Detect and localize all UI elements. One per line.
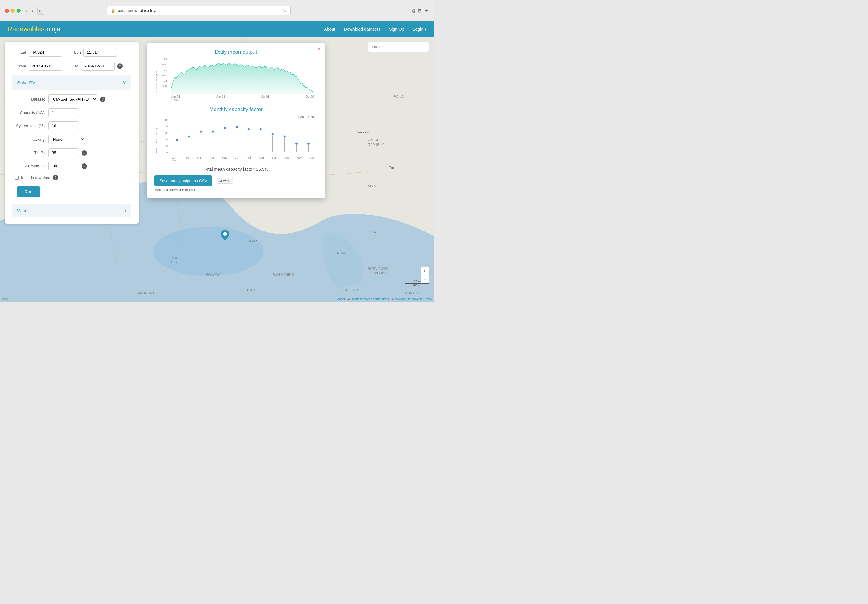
new-tab-button[interactable]: ⊞: [418, 7, 422, 14]
nav-login[interactable]: Login ▾: [413, 27, 427, 31]
lon-input[interactable]: [84, 48, 117, 57]
locate-box: [368, 42, 429, 52]
content-area: POLA CZECH REPUBLIC SLOV HUNC ENIA BOSNI…: [0, 37, 434, 302]
browser-nav-controls: ‹ › ⊡: [24, 7, 44, 15]
leaflet-link[interactable]: Leaflet: [336, 297, 345, 301]
monthly-x-labels: Jan2014 Feb Mar Apr May Jun Jul Aug Sep …: [171, 156, 315, 162]
save-csv-button[interactable]: Save hourly output as CSV: [155, 175, 212, 186]
scale-km: 100 km: [405, 279, 429, 284]
run-button-container: Run: [12, 185, 131, 200]
svg-text:CROATIA: CROATIA: [343, 288, 359, 292]
svg-point-47: [176, 139, 178, 141]
svg-text:ENIA: ENIA: [337, 252, 345, 255]
lon-label: Lon: [67, 50, 81, 54]
from-date-input[interactable]: [28, 62, 62, 70]
map-attribution: Leaflet | © OpenStreetMap contributors |…: [336, 297, 432, 301]
forward-button[interactable]: ›: [31, 7, 35, 15]
svg-point-59: [248, 128, 250, 130]
svg-text:ITALY: ITALY: [245, 287, 256, 292]
fullscreen-window-button[interactable]: [17, 9, 20, 12]
locate-input[interactable]: [368, 42, 429, 52]
svg-text:Milano: Milano: [248, 239, 257, 243]
include-raw-checkbox[interactable]: [15, 176, 19, 180]
svg-text:SLOV: SLOV: [368, 184, 377, 188]
tilt-help-icon[interactable]: ?: [82, 150, 87, 156]
azimuth-label: Azimuth (°): [15, 164, 48, 168]
daily-chart-svg: [171, 57, 315, 95]
form-card: Lat Lon From To ? Solar PV ∨: [5, 42, 138, 224]
from-label: From: [12, 64, 26, 68]
improve-map-link[interactable]: Improve this map: [408, 297, 432, 301]
minimize-window-button[interactable]: [11, 9, 15, 12]
nav-about[interactable]: About: [324, 27, 335, 31]
add-tab-button[interactable]: ＋: [424, 7, 429, 14]
to-label: To: [65, 64, 79, 68]
solar-pv-section-header[interactable]: Solar PV ∨: [12, 75, 131, 90]
svg-point-53: [212, 130, 214, 133]
share-button[interactable]: ⎙: [412, 7, 415, 14]
nav-links: About Download datasets Sign Up Login ▾: [324, 27, 427, 31]
svg-text:Wien: Wien: [389, 166, 396, 169]
map-location-pin[interactable]: [221, 230, 229, 241]
tilt-label: Tilt (°): [15, 151, 48, 155]
dataset-help-icon[interactable]: ?: [100, 96, 105, 102]
modal-close-button[interactable]: ×: [317, 47, 321, 52]
mapbox-link[interactable]: Mapbox: [395, 297, 406, 301]
save-area: Save hourly output as CSV © BY NC: [155, 175, 318, 186]
monthly-chart-svg: [171, 119, 315, 155]
monthly-y-axis-label: CAPACITY FACTOR (%): [155, 119, 158, 155]
dataset-select[interactable]: CM-SAF SARAH (Europ…: [48, 95, 98, 104]
brand-logo[interactable]: Renewables.ninja: [7, 25, 61, 33]
date-help-icon[interactable]: ?: [117, 64, 122, 69]
nav-download[interactable]: Download datasets: [344, 27, 380, 31]
include-raw-help-icon[interactable]: ?: [53, 175, 58, 180]
navbar: Renewables.ninja About Download datasets…: [0, 22, 434, 37]
system-loss-input[interactable]: [48, 121, 79, 130]
feb-annotation: Feb 10.2%: [155, 115, 315, 119]
reader-view-button[interactable]: ⊡: [37, 7, 44, 15]
osm-link[interactable]: OpenStreetMap contributors: [350, 297, 389, 301]
solar-pv-title: Solar PV: [17, 80, 35, 85]
solar-pv-chevron: ∨: [122, 79, 126, 86]
monthly-chart-title: Monthly capacity factor: [155, 106, 318, 113]
svg-text:HUNC: HUNC: [368, 230, 378, 234]
zoom-in-button[interactable]: +: [420, 266, 429, 275]
azimuth-help-icon[interactable]: ?: [82, 163, 87, 169]
capacity-input[interactable]: [48, 108, 79, 117]
run-button[interactable]: Run: [17, 186, 40, 197]
close-window-button[interactable]: [5, 9, 9, 12]
to-date-input[interactable]: [81, 62, 115, 70]
include-raw-row: Include raw data ?: [12, 175, 131, 180]
svg-point-57: [236, 126, 238, 128]
include-raw-label: Include raw data: [21, 175, 50, 180]
cc-license-badge: © BY NC: [217, 178, 232, 184]
wind-section-header[interactable]: Wind ›: [12, 203, 131, 217]
svg-text:ANDORRA: ANDORRA: [138, 291, 155, 295]
capacity-label: Capacity (kW): [15, 110, 48, 115]
capacity-row: Capacity (kW): [12, 108, 131, 117]
svg-text:du Lion: du Lion: [170, 261, 179, 264]
nav-signup[interactable]: Sign Up: [389, 27, 404, 31]
lat-label: Lat: [12, 50, 26, 54]
wind-title: Wind: [17, 208, 28, 213]
browser-chrome: ‹ › ⊡ 🔒 beta.renewables.ninja ↻ ⎙ ⊞ ＋: [0, 0, 434, 22]
svg-point-61: [260, 128, 262, 130]
tracking-select[interactable]: None 1-axis 2-axis: [48, 135, 85, 144]
tracking-row: Tracking None 1-axis 2-axis: [12, 135, 131, 144]
address-bar[interactable]: 🔒 beta.renewables.ninja ↻: [107, 6, 291, 16]
total-cf-label: Total mean capacity factor: 15.5%: [155, 167, 318, 172]
azimuth-input[interactable]: [48, 161, 79, 171]
svg-text:MONTEN: MONTEN: [405, 291, 419, 295]
svg-text:SAN MARINO: SAN MARINO: [273, 273, 294, 276]
azimuth-row: Azimuth (°) ?: [12, 161, 131, 171]
lock-icon: 🔒: [111, 9, 115, 13]
lat-lon-row: Lat Lon: [12, 48, 131, 57]
refresh-icon[interactable]: ↻: [283, 8, 287, 13]
back-button[interactable]: ‹: [24, 7, 28, 15]
tilt-input[interactable]: [48, 148, 79, 157]
monthly-y-ticks: 2520151050: [165, 119, 167, 154]
lat-input[interactable]: [28, 48, 62, 57]
daily-chart-title: Daily mean output: [155, 49, 318, 55]
svg-point-55: [224, 127, 226, 129]
system-loss-label: System loss (%): [15, 124, 48, 128]
